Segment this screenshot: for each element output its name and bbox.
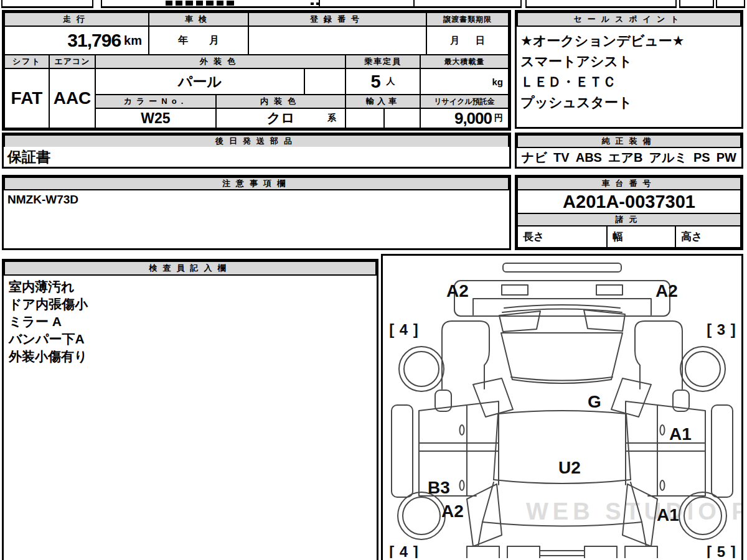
capacity-value: 5 人: [345, 68, 421, 95]
chassis-value: A201A-0037301: [517, 189, 741, 214]
capacity-header: 乗車定員: [345, 54, 421, 69]
exterior-color-extra: [304, 68, 346, 95]
interior-color-value: クロ 系: [215, 108, 346, 129]
mileage-header: 走行: [4, 12, 149, 27]
spec-length-cell: 長さ: [517, 225, 608, 248]
shaken-month-label: 月: [209, 34, 219, 47]
shift-value: FAT: [4, 68, 50, 129]
interior-color-header: 内装色: [215, 94, 346, 109]
mileage-number: 31,796: [67, 30, 121, 51]
recycle-deposit-header: リサイクル預託金: [420, 94, 509, 109]
interior-color-name: クロ: [266, 109, 294, 128]
max-load-unit: kg: [492, 77, 503, 87]
color-no-value: W25: [95, 108, 217, 129]
shaken-year-label: 年: [178, 34, 188, 47]
import-car-header: 輸入車: [345, 94, 421, 109]
list-item: プッシュスタート: [520, 92, 738, 113]
top-partial-cell: [1, 0, 93, 8]
list-item: ＬＥＤ・ＥＴＣ: [520, 72, 738, 92]
list-item: PS: [693, 151, 710, 165]
equipment-header: 純正装備: [517, 134, 741, 148]
spec-table: 走行 車検 登録番号 譲渡書類期限 31,796 km 年 月 月 日 シフト …: [2, 10, 511, 131]
aircon-header: エアコン: [49, 54, 96, 69]
list-item: ミラー A: [9, 313, 372, 330]
damage-label: U2: [558, 458, 581, 477]
deadline-month-label: 月: [450, 35, 459, 47]
capacity-unit: 人: [387, 76, 395, 87]
top-partial-cell: [525, 0, 677, 8]
diagram-box: WEB STUDIO PRO: [381, 254, 743, 560]
capacity-number: 5: [370, 72, 380, 92]
specs-header: 諸元: [517, 213, 741, 226]
mileage-unit: km: [124, 34, 142, 48]
top-partial-cell: [319, 0, 415, 8]
damage-label: B3: [428, 478, 450, 497]
list-item: バンパー下A: [9, 330, 372, 348]
list-item: エアB: [608, 149, 642, 166]
list-item: ★オークションデビュー★: [520, 30, 738, 51]
registration-value: [248, 26, 427, 55]
shipping-parts-value: 保証書: [4, 147, 509, 167]
deadline-day-label: 日: [476, 35, 485, 47]
equipment-box: 純正装備 ナビTVABSエアBアルミPSPW: [515, 133, 743, 169]
notes-header: 注意事項欄: [4, 177, 509, 190]
shaken-value: 年 月: [148, 26, 249, 55]
shipping-parts-box: 後日発送部品 保証書: [2, 133, 511, 169]
damage-label: [ 3 ]: [707, 321, 736, 338]
list-item: スマートアシスト: [520, 51, 738, 72]
list-item: 外装小傷有り: [9, 348, 372, 365]
exterior-color-header: 外装色: [95, 54, 346, 69]
damage-label: A1: [669, 424, 692, 444]
sales-points-header: セールスポイント: [517, 12, 741, 27]
shift-header: シフト: [4, 54, 50, 69]
top-partial-cell: [716, 0, 745, 8]
notes-value: NMZK-W73D: [7, 193, 78, 207]
recycle-deposit-unit: 円: [494, 113, 503, 124]
notes-box: 注意事項欄 NMZK-W73D: [2, 175, 511, 250]
car-damage-diagram: WEB STUDIO PRO: [383, 256, 741, 558]
equipment-list: ナビTVABSエアBアルミPSPW: [517, 148, 741, 167]
damage-label: A2: [441, 502, 464, 521]
damage-label: [ 4 ]: [389, 543, 419, 558]
top-partial-cell: [413, 0, 522, 8]
inspector-box: 検査員記入欄 室内薄汚れドア内張傷小ミラー Aバンパー下A外装小傷有り: [2, 259, 378, 560]
recycle-deposit-value: 9,000 円: [420, 108, 509, 129]
color-no-header: カラーNo.: [95, 94, 217, 109]
sales-points-list: ★オークションデビュー★スマートアシストＬＥＤ・ＥＴＣプッシュスタート: [517, 28, 741, 115]
damage-label: [ 5 ]: [707, 543, 736, 558]
list-item: ABS: [576, 151, 602, 165]
shaken-header: 車検: [148, 12, 249, 27]
recycle-deposit-number: 9,000: [454, 109, 492, 128]
spec-height-cell: 高さ: [675, 225, 741, 248]
damage-label: A2: [655, 281, 678, 301]
shipping-parts-header: 後日発送部品: [4, 134, 509, 148]
diagram-watermark: WEB STUDIO PRO: [526, 498, 741, 525]
list-item: ナビ: [522, 149, 547, 166]
exterior-color-value: パール: [95, 68, 305, 95]
chassis-header: 車台番号: [517, 177, 741, 190]
list-item: アルミ: [649, 149, 687, 166]
list-item: PW: [716, 151, 736, 165]
damage-label: A2: [446, 281, 469, 301]
damage-label: A1: [657, 505, 679, 525]
list-item: ドア内張傷小: [9, 296, 372, 313]
max-load-value: kg: [420, 68, 509, 95]
transfer-deadline-header: 譲渡書類期限: [426, 12, 509, 27]
mileage-value: 31,796 km: [4, 26, 149, 55]
registration-header: 登録番号: [248, 12, 427, 27]
damage-label: G: [588, 392, 601, 411]
top-partial-cell: [679, 0, 714, 8]
list-item: TV: [553, 151, 570, 165]
import-car-cell-2: [383, 108, 421, 129]
max-load-header: 最大積載量: [420, 54, 509, 69]
chassis-box: 車台番号 A201A-0037301 諸元 長さ 幅 高さ: [515, 175, 743, 250]
transfer-deadline-value: 月 日: [426, 26, 509, 55]
auction-sheet: 走行 車検 登録番号 譲渡書類期限 31,796 km 年 月 月 日 シフト …: [0, 0, 747, 560]
sales-points-box: セールスポイント ★オークションデビュー★スマートアシストＬＥＤ・ＥＴＣプッシュ…: [515, 10, 743, 129]
inspector-list: 室内薄汚れドア内張傷小ミラー Aバンパー下A外装小傷有り: [4, 277, 377, 366]
spec-width-cell: 幅: [606, 225, 676, 248]
inspector-header: 検査員記入欄: [4, 261, 377, 276]
damage-label: [ 4 ]: [389, 321, 419, 338]
list-item: 室内薄汚れ: [9, 278, 372, 296]
import-car-cell-1: [345, 108, 385, 129]
